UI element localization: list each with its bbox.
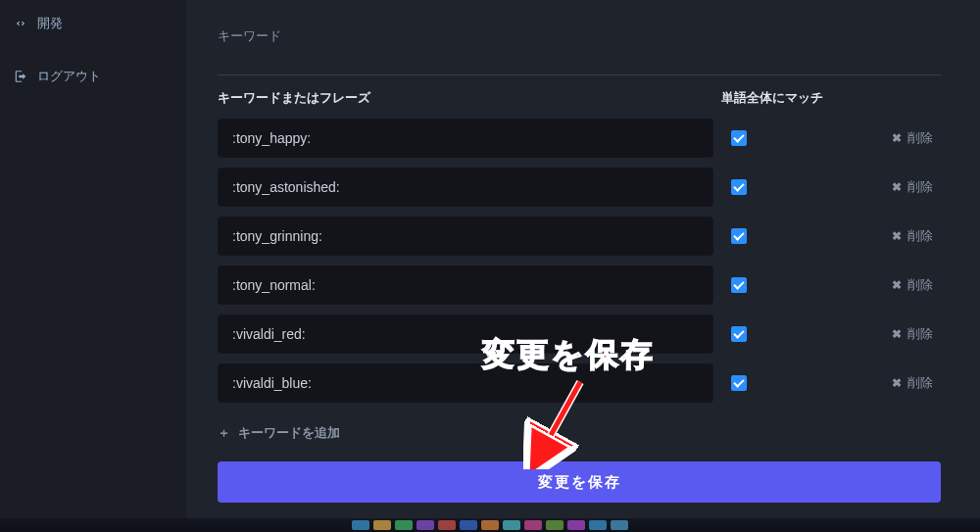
add-keyword-button[interactable]: ＋ キーワードを追加 [218, 424, 340, 442]
table-headers: キーワードまたはフレーズ 単語全体にマッチ [218, 89, 941, 107]
whole-word-cell [713, 326, 831, 342]
keyword-rows: ✖削除✖削除✖削除✖削除✖削除✖削除 [218, 119, 941, 403]
whole-word-checkbox[interactable] [731, 130, 747, 146]
delete-button[interactable]: ✖削除 [892, 374, 933, 392]
whole-word-cell [713, 179, 831, 195]
sidebar-item-label: 開発 [37, 15, 63, 32]
whole-word-checkbox[interactable] [731, 228, 747, 244]
whole-word-cell [713, 277, 831, 293]
keyword-input[interactable] [218, 119, 713, 158]
whole-word-checkbox[interactable] [731, 179, 747, 195]
sidebar-item-logout[interactable]: ログアウト [0, 59, 186, 94]
taskbar-icon[interactable] [481, 520, 499, 530]
keyword-row: ✖削除 [218, 168, 941, 207]
delete-cell: ✖削除 [831, 325, 941, 343]
sidebar-item-development[interactable]: 開発 [0, 6, 186, 41]
col-header-keyword: キーワードまたはフレーズ [218, 89, 713, 107]
keyword-input[interactable] [218, 168, 713, 207]
taskbar-icon[interactable] [460, 520, 477, 530]
sidebar: 開発 ログアウト [0, 0, 186, 532]
whole-word-cell [713, 130, 831, 146]
whole-word-checkbox[interactable] [731, 326, 747, 342]
delete-cell: ✖削除 [831, 227, 941, 245]
keyword-input[interactable] [218, 217, 713, 256]
taskbar-icon[interactable] [373, 520, 391, 530]
col-header-wholeword: 単語全体にマッチ [713, 89, 831, 107]
whole-word-checkbox[interactable] [731, 375, 747, 391]
keyword-input[interactable] [218, 266, 713, 305]
close-icon: ✖ [892, 278, 902, 292]
section-title: キーワード [218, 27, 941, 57]
section-divider [218, 74, 941, 75]
delete-button[interactable]: ✖削除 [892, 178, 933, 196]
delete-label: 削除 [907, 374, 933, 392]
whole-word-cell [713, 228, 831, 244]
keyword-row: ✖削除 [218, 266, 941, 305]
keyword-row: ✖削除 [218, 119, 941, 158]
save-button[interactable]: 変更を保存 [218, 461, 941, 503]
main-content: キーワード キーワードまたはフレーズ 単語全体にマッチ ✖削除✖削除✖削除✖削除… [186, 0, 980, 522]
taskbar-icon[interactable] [416, 520, 434, 530]
taskbar-icon[interactable] [438, 520, 456, 530]
sidebar-item-label: ログアウト [37, 68, 101, 85]
close-icon: ✖ [892, 131, 902, 145]
delete-cell: ✖削除 [831, 129, 941, 147]
taskbar-icon[interactable] [611, 520, 628, 530]
delete-button[interactable]: ✖削除 [892, 227, 933, 245]
taskbar-icon[interactable] [524, 520, 542, 530]
plus-icon: ＋ [218, 424, 230, 442]
keyword-input[interactable] [218, 314, 713, 354]
taskbar-icon[interactable] [395, 520, 413, 530]
code-icon [14, 17, 27, 30]
delete-label: 削除 [907, 227, 933, 245]
delete-button[interactable]: ✖削除 [892, 129, 933, 147]
taskbar-icon[interactable] [546, 520, 564, 530]
delete-cell: ✖削除 [831, 178, 941, 196]
taskbar-icon[interactable] [567, 520, 585, 530]
delete-label: 削除 [907, 129, 933, 147]
close-icon: ✖ [892, 376, 902, 390]
whole-word-checkbox[interactable] [731, 277, 747, 293]
keyword-row: ✖削除 [218, 314, 941, 354]
taskbar-icon[interactable] [503, 520, 520, 530]
keyword-row: ✖削除 [218, 363, 941, 403]
taskbar-icon[interactable] [352, 520, 369, 530]
delete-label: 削除 [907, 325, 933, 343]
delete-button[interactable]: ✖削除 [892, 325, 933, 343]
taskbar [0, 518, 980, 532]
delete-cell: ✖削除 [831, 374, 941, 392]
close-icon: ✖ [892, 180, 902, 194]
close-icon: ✖ [892, 327, 902, 341]
delete-label: 削除 [907, 178, 933, 196]
delete-label: 削除 [907, 276, 933, 294]
add-keyword-label: キーワードを追加 [238, 424, 340, 442]
taskbar-icon[interactable] [589, 520, 607, 530]
keyword-row: ✖削除 [218, 217, 941, 256]
close-icon: ✖ [892, 229, 902, 243]
whole-word-cell [713, 375, 831, 391]
logout-icon [14, 70, 27, 83]
delete-button[interactable]: ✖削除 [892, 276, 933, 294]
keyword-input[interactable] [218, 363, 713, 403]
delete-cell: ✖削除 [831, 276, 941, 294]
